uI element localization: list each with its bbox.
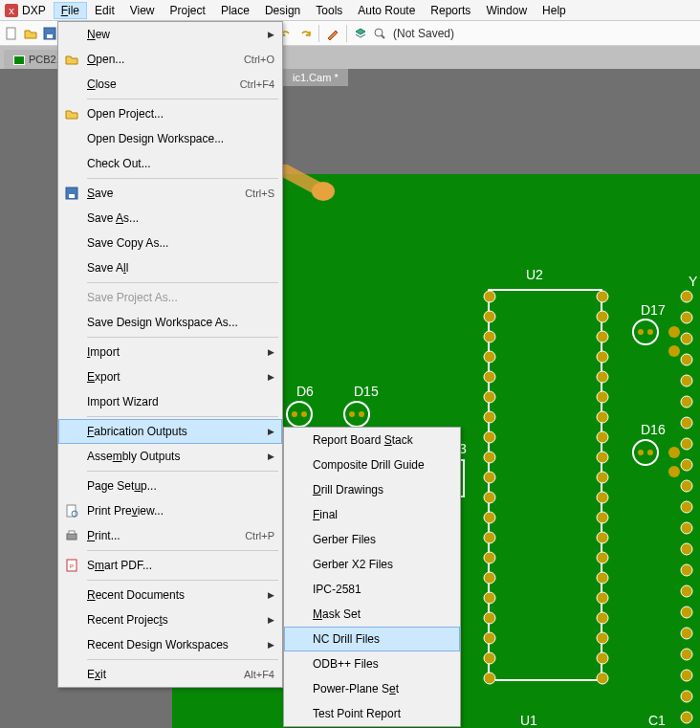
svg-point-102 — [681, 712, 692, 723]
file-open-project[interactable]: Open Project... — [58, 101, 282, 126]
fab-report-board-stack[interactable]: Report Board Stack — [284, 428, 460, 452]
svg-point-93 — [681, 522, 692, 534]
layer-icon[interactable] — [353, 26, 368, 41]
menu-window[interactable]: Window — [478, 2, 535, 19]
print-preview-icon — [64, 503, 79, 518]
menu-tools[interactable]: Tools — [308, 2, 350, 19]
redo-icon[interactable] — [297, 26, 313, 41]
svg-point-45 — [484, 552, 495, 563]
file-import[interactable]: Import▶ — [58, 340, 282, 364]
file-import-wizard[interactable]: Import Wizard — [58, 389, 282, 414]
toolbar-separator — [346, 25, 347, 42]
svg-point-33 — [484, 311, 495, 322]
file-open-design-ws[interactable]: Open Design Workspace... — [58, 126, 282, 151]
menu-edit[interactable]: Edit — [87, 2, 122, 19]
open-folder-icon[interactable] — [23, 26, 38, 41]
silk-d6: D6 — [296, 385, 314, 398]
file-exit[interactable]: ExitAlt+F4 — [58, 662, 282, 687]
svg-point-82 — [681, 291, 692, 302]
app-name: DXP — [22, 4, 46, 17]
open-project-icon — [64, 106, 79, 121]
menu-help[interactable]: Help — [535, 2, 574, 19]
menu-separator — [87, 471, 278, 472]
fab-ipc-2581[interactable]: IPC-2581 — [284, 577, 460, 602]
file-page-setup[interactable]: Page Setup... — [58, 474, 282, 498]
fab-composite-drill-guide[interactable]: Composite Drill Guide — [284, 452, 460, 477]
svg-point-40 — [484, 452, 495, 463]
fab-drill-drawings[interactable]: Drill Drawings — [284, 477, 460, 502]
wizard-icon[interactable] — [325, 26, 340, 41]
menu-project[interactable]: Project — [163, 2, 213, 19]
svg-point-41 — [484, 472, 495, 483]
print-icon — [64, 528, 79, 543]
svg-point-78 — [638, 450, 644, 455]
fab-mask-set[interactable]: Mask Set — [284, 602, 460, 627]
file-save-as[interactable]: Save As... — [58, 206, 282, 231]
fab-gerber-x2-files[interactable]: Gerber X2 Files — [284, 552, 460, 577]
file-menu: New▶ Open...Ctrl+O CloseCtrl+F4 Open Pro… — [57, 21, 283, 688]
svg-point-54 — [597, 331, 608, 342]
svg-point-65 — [597, 552, 608, 563]
search-icon[interactable] — [372, 26, 387, 41]
menu-auto-route[interactable]: Auto Route — [350, 2, 423, 19]
file-recent-docs[interactable]: Recent Documents▶ — [58, 583, 282, 607]
file-check-out[interactable]: Check Out... — [58, 151, 282, 176]
silk-d15: D15 — [354, 385, 379, 398]
menu-reports[interactable]: Reports — [423, 2, 478, 19]
svg-point-51 — [484, 673, 495, 684]
chevron-right-icon: ▶ — [268, 590, 274, 600]
file-save-accel: Ctrl+S — [245, 188, 274, 199]
file-print[interactable]: Print...Ctrl+P — [58, 523, 282, 548]
chevron-right-icon: ▶ — [268, 372, 274, 382]
file-save-design-ws-as[interactable]: Save Design Workspace As... — [58, 310, 282, 335]
pdf-icon: P — [64, 558, 79, 573]
file-new[interactable]: New▶ — [58, 22, 282, 47]
fab-power-plane-set[interactable]: Power-Plane Set — [284, 676, 460, 701]
svg-line-18 — [382, 35, 384, 38]
file-smart-pdf[interactable]: P Smart PDF... — [58, 553, 282, 578]
svg-point-83 — [681, 312, 692, 323]
file-fabrication-outputs[interactable]: Fabrication Outputs▶ — [58, 419, 282, 444]
file-open[interactable]: Open...Ctrl+O — [58, 47, 282, 72]
svg-rect-4 — [47, 34, 53, 38]
svg-point-37 — [484, 391, 495, 403]
menu-file[interactable]: File — [54, 2, 87, 19]
file-close[interactable]: CloseCtrl+F4 — [58, 72, 282, 97]
file-save-all[interactable]: Save All — [58, 255, 282, 280]
svg-point-50 — [484, 652, 495, 664]
file-recent-projects[interactable]: Recent Projects▶ — [58, 607, 282, 632]
file-assembly-outputs[interactable]: Assembly Outputs▶ — [58, 444, 282, 469]
svg-point-38 — [484, 411, 495, 423]
fab-gerber-files[interactable]: Gerber Files — [284, 527, 460, 552]
svg-point-53 — [597, 311, 608, 322]
silk-d16: D16 — [641, 423, 666, 436]
silk-u2: U2 — [526, 268, 543, 281]
svg-point-56 — [597, 371, 608, 383]
save-icon[interactable] — [42, 26, 57, 41]
menu-place[interactable]: Place — [213, 2, 257, 19]
tab-cam-peek[interactable]: ic1.Cam * — [283, 69, 348, 86]
svg-point-71 — [597, 673, 608, 684]
file-export[interactable]: Export▶ — [58, 364, 282, 389]
menu-view[interactable]: View — [122, 2, 163, 19]
fab-final[interactable]: Final — [284, 502, 460, 527]
svg-point-74 — [647, 329, 653, 335]
file-print-preview[interactable]: Print Preview... — [58, 498, 282, 523]
menu-design[interactable]: Design — [257, 2, 308, 19]
file-open-accel: Ctrl+O — [244, 54, 274, 65]
svg-point-99 — [681, 649, 692, 660]
silk-y: Y — [689, 275, 697, 288]
file-save-copy-as[interactable]: Save Copy As... — [58, 231, 282, 255]
svg-point-24 — [349, 411, 355, 417]
fab-nc-drill-files[interactable]: NC Drill Files — [284, 627, 460, 651]
file-print-accel: Ctrl+P — [245, 530, 274, 541]
fab-odb-files[interactable]: ODB++ Files — [284, 651, 460, 676]
new-file-icon[interactable] — [4, 26, 19, 41]
svg-point-69 — [597, 632, 608, 644]
file-recent-design-ws[interactable]: Recent Design Workspaces▶ — [58, 632, 282, 657]
fabrication-outputs-submenu: Report Board Stack Composite Drill Guide… — [283, 427, 461, 727]
chevron-right-icon: ▶ — [268, 452, 274, 461]
file-save[interactable]: SaveCtrl+S — [58, 181, 282, 206]
fab-test-point-report[interactable]: Test Point Report — [284, 701, 460, 726]
svg-point-42 — [484, 492, 495, 503]
